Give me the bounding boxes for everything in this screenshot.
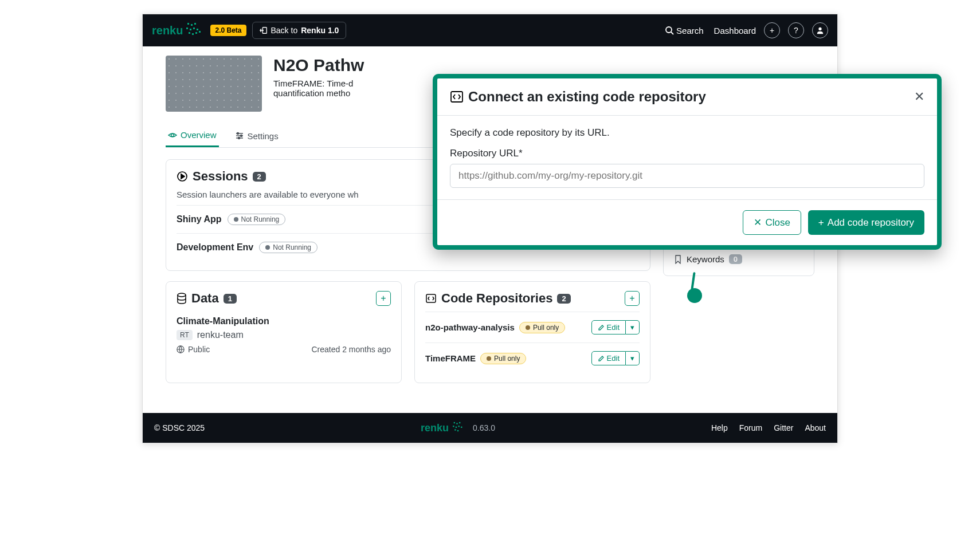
pencil-icon — [598, 355, 605, 362]
svg-point-19 — [178, 293, 186, 297]
pencil-icon — [598, 324, 605, 331]
add-repo-button[interactable]: + — [625, 291, 640, 306]
chevron-down-icon: ▾ — [630, 323, 634, 332]
repo-name[interactable]: n2o-pathway-analysis — [425, 322, 515, 332]
svg-rect-30 — [461, 427, 462, 428]
back-button[interactable]: Back to Renku 1.0 — [252, 22, 347, 39]
svg-rect-24 — [454, 422, 455, 423]
back-target: Renku 1.0 — [301, 26, 339, 35]
code-icon — [450, 90, 464, 104]
modal-close-button[interactable]: ✕ — [914, 89, 924, 104]
svg-point-15 — [237, 133, 238, 135]
top-navigation: renku 2.0 Beta Back to Renku 1.0 Search … — [143, 14, 837, 46]
callout-dot — [687, 288, 702, 303]
globe-icon — [177, 345, 185, 353]
pull-badge: Pull only — [519, 322, 565, 333]
add-data-button[interactable]: + — [376, 291, 391, 306]
status-dot-icon — [265, 245, 270, 250]
svg-rect-7 — [189, 32, 190, 34]
add-button[interactable]: + — [764, 22, 780, 38]
svg-rect-2 — [194, 23, 196, 25]
connect-repo-modal: Connect an existing code repository ✕ Sp… — [433, 74, 942, 250]
project-title: N2O Pathw — [273, 56, 364, 75]
logo-icon — [184, 22, 205, 39]
question-icon: ? — [794, 26, 798, 35]
repo-url-input[interactable] — [450, 164, 924, 188]
data-card: Data 1 + Climate-Manipulation RT renku-t… — [166, 281, 402, 383]
eye-icon — [168, 131, 177, 140]
footer-logo: renku — [421, 422, 449, 434]
project-thumbnail — [166, 56, 262, 112]
back-prefix: Back to — [271, 26, 298, 35]
svg-rect-32 — [457, 430, 458, 431]
repos-card: Code Repositories 2 + n2o-pathway-analys… — [414, 281, 650, 383]
visibility: Public — [188, 345, 210, 354]
search-link[interactable]: Search — [665, 26, 704, 36]
svg-rect-0 — [187, 23, 189, 25]
plus-icon: + — [770, 26, 774, 35]
svg-rect-10 — [199, 31, 201, 33]
footer-link-help[interactable]: Help — [711, 423, 728, 432]
svg-rect-9 — [195, 32, 197, 34]
data-item[interactable]: Climate-Manipulation RT renku-team — [177, 312, 391, 354]
tab-settings[interactable]: Settings — [233, 124, 281, 147]
svg-rect-3 — [186, 27, 188, 29]
edit-dropdown[interactable]: ▾ — [626, 320, 640, 334]
repo-url-label: Repository URL* — [450, 148, 924, 159]
tab-overview[interactable]: Overview — [166, 124, 219, 147]
repos-title: Code Repositories — [441, 291, 552, 306]
repo-name[interactable]: TimeFRAME — [425, 353, 476, 363]
sessions-count: 2 — [253, 172, 266, 182]
status-dot-icon — [234, 217, 238, 222]
svg-rect-1 — [191, 24, 193, 26]
keywords-count: 0 — [729, 254, 742, 264]
session-name: Shiny App — [177, 214, 222, 225]
footer-link-gitter[interactable]: Gitter — [774, 423, 793, 432]
sessions-title: Sessions — [193, 169, 248, 184]
add-repo-submit-button[interactable]: + Add code repository — [808, 210, 924, 235]
dashboard-link[interactable]: Dashboard — [714, 26, 756, 36]
plus-icon: + — [381, 293, 386, 304]
team-name: renku-team — [197, 330, 244, 340]
svg-point-14 — [171, 133, 174, 136]
footer: © SDSC 2025 renku 0.63.0 Help Forum Gitt… — [143, 413, 837, 443]
edit-repo-button[interactable]: Edit — [591, 351, 626, 365]
svg-rect-27 — [453, 426, 454, 427]
svg-rect-31 — [454, 429, 456, 430]
dot-icon — [487, 356, 491, 361]
data-title: Data — [191, 291, 219, 306]
repo-row: n2o-pathway-analysis Pull only Edit ▾ — [425, 312, 640, 343]
footer-link-about[interactable]: About — [805, 423, 826, 432]
svg-rect-28 — [456, 427, 457, 428]
plus-icon: + — [818, 217, 824, 229]
close-icon: ✕ — [914, 89, 924, 104]
plus-icon: + — [629, 293, 634, 304]
svg-rect-8 — [192, 33, 194, 35]
data-item-name: Climate-Manipulation — [177, 316, 391, 326]
svg-rect-4 — [190, 29, 191, 30]
edit-repo-button[interactable]: Edit — [591, 320, 626, 334]
close-button[interactable]: ✕ Close — [743, 210, 801, 235]
user-menu[interactable] — [812, 22, 828, 38]
pull-badge: Pull only — [480, 353, 526, 364]
status-pill: Not Running — [259, 242, 317, 253]
repos-count: 2 — [557, 294, 570, 304]
svg-rect-25 — [456, 423, 457, 424]
logo-text: renku — [152, 24, 183, 37]
footer-link-forum[interactable]: Forum — [739, 423, 762, 432]
help-button[interactable]: ? — [788, 22, 804, 38]
edit-dropdown[interactable]: ▾ — [626, 351, 640, 365]
database-icon — [177, 293, 187, 304]
modal-title: Connect an existing code repository — [468, 89, 706, 105]
version: 0.63.0 — [473, 423, 495, 432]
svg-point-16 — [240, 135, 242, 137]
logo[interactable]: renku — [152, 22, 205, 39]
created-label: Created 2 months ago — [311, 345, 391, 354]
project-description: TimeFRAME: Time-dquantification metho — [273, 78, 364, 98]
copyright: © SDSC 2025 — [154, 423, 205, 432]
status-pill: Not Running — [228, 214, 286, 225]
svg-point-17 — [238, 137, 240, 139]
beta-badge: 2.0 Beta — [210, 25, 246, 36]
user-icon — [816, 26, 824, 34]
play-icon — [177, 171, 188, 182]
